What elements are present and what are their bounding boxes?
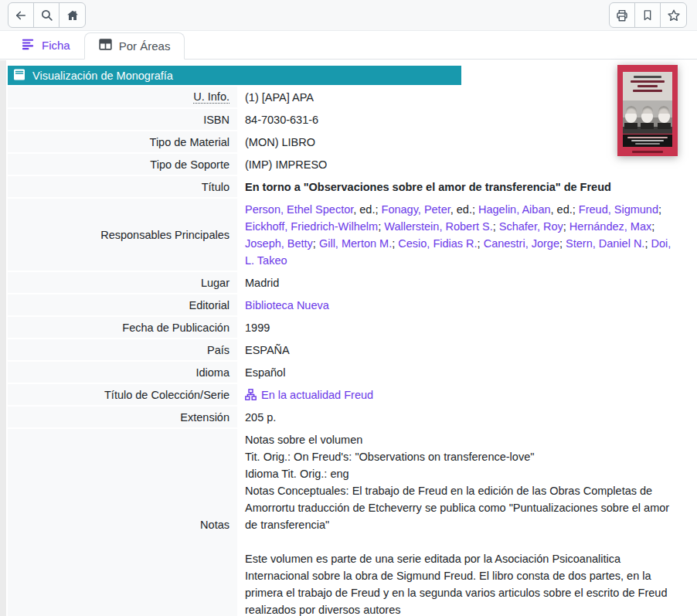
record-row: Título de Colección/SerieEn la actualida…	[8, 384, 688, 405]
field-label-text: Extensión	[180, 411, 230, 424]
star-icon	[667, 9, 681, 22]
author-link[interactable]: Person, Ethel Spector	[245, 203, 353, 216]
field-label-text: Lugar	[201, 277, 230, 289]
note-line	[245, 533, 678, 550]
field-label: Título de Colección/Serie	[8, 384, 237, 405]
author-link[interactable]: Fonagy, Peter	[382, 203, 450, 216]
note-line: Notas Conceptuales: El trabajo de Freud …	[245, 482, 678, 533]
print-button[interactable]	[610, 3, 635, 27]
record-row: Tipo de Soporte(IMP) IMPRESO	[8, 154, 688, 175]
field-value: Madrid	[237, 272, 688, 293]
field-label-text: ISBN	[203, 114, 230, 126]
record-view: Visualización de Monografía U. Info.(1) …	[0, 60, 697, 616]
cover-footer-line	[632, 151, 664, 153]
bookmark-button[interactable]	[635, 3, 661, 27]
field-label-text: País	[207, 344, 230, 356]
tab-label: Ficha	[42, 39, 70, 52]
author-role: , ed.;	[353, 203, 381, 216]
record-row: U. Info.(1) [APA] APA	[8, 87, 688, 107]
field-label: Editorial	[8, 294, 237, 315]
field-label: Notas	[8, 429, 237, 616]
tab-por-areas[interactable]: Por Áreas	[84, 32, 185, 60]
record-row: Tipo de Material(MON) LIBRO	[8, 131, 688, 152]
author-link[interactable]: Hagelin, Aiban	[478, 203, 551, 216]
favorite-button[interactable]	[661, 3, 686, 27]
field-label-text: Título de Colección/Serie	[104, 389, 230, 401]
record-row: LugarMadrid	[8, 272, 688, 293]
field-value: 1999	[237, 317, 688, 338]
field-link[interactable]: Biblioteca Nueva	[245, 299, 329, 311]
author-role: , ed.;	[551, 203, 579, 216]
record-row: Fecha de Publicación1999	[8, 317, 688, 338]
top-toolbar	[0, 0, 697, 31]
author-role: ;	[493, 220, 499, 233]
field-value: Español	[237, 362, 688, 383]
field-label-text: Tipo de Soporte	[150, 158, 230, 171]
field-label: Título	[8, 176, 237, 197]
field-value: Notas sobre el volumenTit. Orig.: On Fre…	[237, 429, 688, 616]
record-header-title: Visualización de Monografía	[32, 70, 173, 82]
bookmark-icon	[641, 9, 654, 22]
record-row: IdiomaEspañol	[8, 362, 688, 383]
tab-ficha[interactable]: Ficha	[8, 32, 84, 59]
author-link[interactable]: Canestri, Jorge	[484, 237, 559, 250]
field-label: Tipo de Soporte	[8, 154, 237, 175]
home-icon	[66, 9, 80, 22]
table-icon	[99, 39, 112, 53]
note-line: Notas sobre el volumen	[245, 431, 678, 448]
record-fields: U. Info.(1) [APA] APAISBN84-7030-631-6Ti…	[8, 87, 688, 616]
author-link[interactable]: Gill, Merton M.	[319, 237, 392, 250]
author-role: ;	[658, 203, 661, 216]
field-label-text: Editorial	[189, 299, 230, 311]
tab-label: Por Áreas	[119, 39, 171, 53]
home-button[interactable]	[60, 3, 85, 27]
author-link[interactable]: Stern, Daniel N.	[566, 237, 644, 250]
back-button[interactable]	[8, 3, 34, 27]
author-link[interactable]: Schafer, Roy	[499, 220, 563, 233]
author-link[interactable]: Joseph, Betty	[245, 237, 313, 250]
author-role: ;	[478, 237, 484, 250]
field-label-text: U. Info.	[193, 90, 230, 104]
author-link[interactable]: Eickhoff, Friedrich-Wilhelm	[245, 220, 378, 233]
author-role: ;	[563, 220, 570, 233]
cover-black-band	[623, 134, 672, 147]
serie-link[interactable]: En la actualidad Freud	[261, 389, 373, 401]
note-line: Tit. Orig.: On Freud's: "Observations on…	[245, 448, 678, 465]
record-row: Extensión205 p.	[8, 407, 688, 427]
field-label: ISBN	[8, 109, 237, 130]
field-value: ESPAÑA	[237, 339, 688, 360]
field-value: Person, Ethel Spector, ed.; Fonagy, Pete…	[237, 199, 688, 271]
field-label-text: Tipo de Material	[150, 136, 230, 148]
author-role: ;	[651, 220, 654, 233]
field-label: Extensión	[8, 407, 237, 427]
field-value: Biblioteca Nueva	[237, 294, 688, 315]
note-line: Idioma Tit. Orig.: eng	[245, 465, 678, 482]
field-label: U. Info.	[8, 87, 237, 107]
search-icon	[40, 9, 53, 22]
author-role: ;	[313, 237, 319, 250]
printer-icon	[615, 9, 629, 22]
field-label-text: Responsables Principales	[100, 229, 230, 241]
field-label-text: Idioma	[196, 366, 230, 379]
author-link[interactable]: Freud, Sigmund	[579, 203, 658, 216]
cover-freud-portraits	[623, 100, 672, 134]
book-icon	[13, 69, 26, 83]
record-row: Responsables PrincipalesPerson, Ethel Sp…	[8, 199, 688, 271]
tab-bar: Ficha Por Áreas	[0, 31, 697, 60]
author-link[interactable]: Cesio, Fidias R.	[398, 237, 477, 250]
field-value: 205 p.	[237, 407, 688, 427]
record-row: EditorialBiblioteca Nueva	[8, 294, 688, 315]
field-label-text: Fecha de Publicación	[122, 322, 230, 334]
list-icon	[22, 38, 35, 53]
book-cover-thumbnail[interactable]	[617, 65, 678, 156]
author-link[interactable]: Wallerstein, Robert S.	[384, 220, 492, 233]
record-row: NotasNotas sobre el volumenTit. Orig.: O…	[8, 429, 688, 616]
note-line: Este volumen es parte de una serie edita…	[245, 550, 678, 616]
field-label-text: Notas	[200, 519, 230, 531]
field-label-text: Título	[202, 181, 230, 193]
field-label: Fecha de Publicación	[8, 317, 237, 338]
arrow-left-icon	[14, 9, 28, 22]
author-link[interactable]: Hernández, Max	[570, 220, 651, 233]
action-button-group	[609, 2, 687, 28]
search-button[interactable]	[34, 3, 60, 27]
